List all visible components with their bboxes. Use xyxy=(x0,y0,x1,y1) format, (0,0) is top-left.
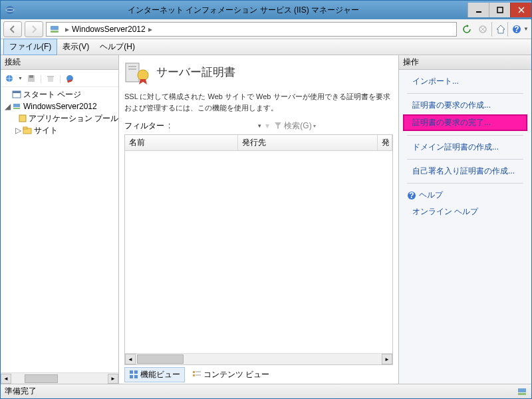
table-header: 名前 発行先 発 xyxy=(125,135,392,151)
tree-server[interactable]: ◢ WindowsServer2012 xyxy=(1,100,118,112)
chevron-right-icon: ▸ xyxy=(148,25,152,34)
svg-rect-20 xyxy=(19,115,26,122)
certificates-table: 名前 発行先 発 ◄ ► xyxy=(124,134,393,365)
content-view-button[interactable]: コンテンツ ビュー xyxy=(188,367,274,382)
tree-start-page[interactable]: スタート ページ xyxy=(1,88,118,100)
svg-text:?: ? xyxy=(409,191,414,200)
menubar: ファイル(F) 表示(V) ヘルプ(H) xyxy=(1,39,531,55)
connections-header: 接続 xyxy=(1,55,118,70)
menu-view[interactable]: 表示(V) xyxy=(57,39,94,55)
page-description: SSL に対して構成された Web サイトで Web サーバーが使用できる証明書… xyxy=(124,91,393,113)
svg-rect-24 xyxy=(128,66,136,67)
scroll-right-icon[interactable]: ► xyxy=(382,354,392,364)
svg-rect-28 xyxy=(134,370,138,374)
expand-icon[interactable]: ▷ xyxy=(14,126,22,135)
close-button[interactable] xyxy=(510,3,531,17)
titlebar: インターネット インフォメーション サービス (IIS) マネージャー xyxy=(1,1,531,19)
main-area: 接続 ▼ | | スタート ページ ◢ WindowsSe xyxy=(1,55,531,384)
stop-connection-icon[interactable] xyxy=(64,72,76,84)
server-icon xyxy=(11,101,22,112)
nav-forward-button[interactable] xyxy=(25,21,43,37)
statusbar: 準備完了 xyxy=(1,384,531,398)
connect-icon[interactable] xyxy=(3,72,15,84)
action-help[interactable]: ? ヘルプ xyxy=(403,188,527,203)
connections-toolbar: ▼ | | xyxy=(1,70,118,87)
svg-rect-5 xyxy=(51,31,59,33)
start-page-icon xyxy=(11,89,22,100)
action-online-help[interactable]: オンライン ヘルプ xyxy=(403,204,527,219)
svg-rect-12 xyxy=(48,76,53,82)
filter-search-button[interactable]: 検索(G) ▾ xyxy=(273,120,315,132)
table-horizontal-scrollbar[interactable]: ◄ ► xyxy=(125,353,392,364)
chevron-down-icon[interactable]: ▼ xyxy=(523,26,529,32)
scroll-left-icon[interactable]: ◄ xyxy=(1,374,11,384)
menu-help[interactable]: ヘルプ(H) xyxy=(94,39,140,55)
action-complete-request[interactable]: 証明書の要求の完了... xyxy=(403,114,527,131)
actions-header: 操作 xyxy=(399,55,531,70)
tree-sites[interactable]: ▷ サイト xyxy=(1,124,118,136)
scroll-left-icon[interactable]: ◄ xyxy=(125,354,136,364)
app-icon xyxy=(5,5,15,15)
scroll-thumb[interactable] xyxy=(25,374,58,383)
server-icon xyxy=(49,24,60,35)
column-issuer[interactable]: 発行先 xyxy=(238,135,378,150)
svg-rect-27 xyxy=(130,370,133,374)
window-controls xyxy=(467,3,531,17)
delete-icon[interactable] xyxy=(45,72,57,84)
action-import[interactable]: インポート... xyxy=(403,74,527,89)
home-icon[interactable] xyxy=(491,22,506,37)
save-icon[interactable] xyxy=(25,72,37,84)
collapse-icon[interactable]: ◢ xyxy=(3,102,11,111)
help-icon[interactable]: ? xyxy=(507,22,522,37)
breadcrumb-server[interactable]: WindowsServer2012 xyxy=(72,25,146,34)
svg-rect-11 xyxy=(29,75,33,78)
filter-label: フィルター xyxy=(124,120,164,132)
status-icon xyxy=(517,386,527,397)
filter-input[interactable] xyxy=(174,120,254,132)
actions-panel: 操作 インポート... 証明書の要求の作成... 証明書の要求の完了... ドメ… xyxy=(398,55,531,384)
tree-app-pools[interactable]: アプリケーション プール xyxy=(1,112,118,124)
left-horizontal-scrollbar[interactable]: ◄ ► xyxy=(1,372,118,384)
svg-rect-19 xyxy=(13,108,20,109)
action-create-request[interactable]: 証明書の要求の作成... xyxy=(403,98,527,113)
chevron-down-icon[interactable]: ▾ xyxy=(258,122,261,129)
refresh-icon[interactable] xyxy=(460,22,474,37)
nav-toolbar: ? ▼ xyxy=(460,22,529,37)
breadcrumb[interactable]: ▸ WindowsServer2012 ▸ xyxy=(46,22,457,37)
feature-view-icon xyxy=(129,370,138,379)
divider xyxy=(407,93,523,94)
minimize-button[interactable] xyxy=(467,3,489,17)
divider xyxy=(407,159,523,160)
chevron-down-icon[interactable]: ▼ xyxy=(18,76,23,80)
divider xyxy=(407,183,523,184)
scroll-thumb[interactable] xyxy=(137,354,184,364)
stop-icon[interactable] xyxy=(475,22,490,37)
sites-icon xyxy=(22,125,33,136)
svg-point-26 xyxy=(138,70,148,80)
feature-panel: サーバー証明書 SSL に対して構成された Web サイトで Web サーバーが… xyxy=(119,55,398,384)
status-text: 準備完了 xyxy=(5,386,37,397)
svg-point-0 xyxy=(6,6,14,14)
table-body xyxy=(125,151,392,353)
maximize-button[interactable] xyxy=(489,3,510,17)
column-expiry[interactable]: 発 xyxy=(378,135,392,150)
view-switcher: 機能ビュー コンテンツ ビュー xyxy=(124,365,393,381)
svg-rect-3 xyxy=(497,7,503,13)
column-name[interactable]: 名前 xyxy=(125,135,238,150)
nav-back-button[interactable] xyxy=(3,21,22,37)
connections-panel: 接続 ▼ | | スタート ページ ◢ WindowsSe xyxy=(1,55,119,384)
svg-rect-31 xyxy=(193,371,195,373)
action-create-self-signed[interactable]: 自己署名入り証明書の作成... xyxy=(403,164,527,179)
scroll-right-icon[interactable]: ► xyxy=(108,374,118,384)
action-create-domain-cert[interactable]: ドメイン証明書の作成... xyxy=(403,140,527,155)
iis-manager-window: インターネット インフォメーション サービス (IIS) マネージャー ▸ Wi… xyxy=(0,0,532,399)
svg-rect-18 xyxy=(13,104,20,107)
menu-file[interactable]: ファイル(F) xyxy=(3,39,57,55)
feature-view-button[interactable]: 機能ビュー xyxy=(124,367,185,382)
funnel-icon xyxy=(273,121,283,130)
svg-rect-17 xyxy=(13,91,21,93)
svg-rect-13 xyxy=(47,76,54,77)
app-pools-icon xyxy=(18,113,27,124)
svg-rect-32 xyxy=(196,371,201,372)
divider xyxy=(407,135,523,136)
